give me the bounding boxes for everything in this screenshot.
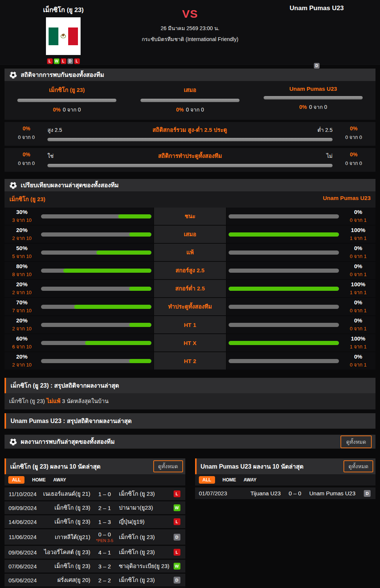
btts-left-count: 0 จาก 0 <box>11 159 42 167</box>
match-result-row: 05/06/2024 ฝรั่งเศส(ยู 20) 2 – 2 เม็กซิโ… <box>5 574 185 586</box>
home-team-block: เม็กซิโก (ยู 23) L W L D L <box>0 5 127 64</box>
compare-home-bar <box>41 269 151 273</box>
home-team-logo <box>46 17 81 55</box>
h2h-pct: 0% <box>176 107 183 113</box>
compare-away-pct: 100% <box>341 335 375 342</box>
form-result-badge: L <box>74 58 80 64</box>
compare-home-pct: 20% <box>5 227 39 233</box>
competition-name: กระชับมิตรทีมชาติ (International Friendl… <box>127 35 253 43</box>
compare-away-pct: 0% <box>341 299 375 305</box>
compare-away-bar <box>229 341 339 345</box>
match-home-team: Tijuana U23 <box>230 490 283 496</box>
match-result-badge: L <box>174 518 180 525</box>
away-table-view-all-button[interactable]: ดูทั้งหมด <box>343 460 373 472</box>
match-result-badge: W <box>174 504 180 511</box>
match-score: 2 – 2 <box>93 577 117 583</box>
match-away-team: ซาอุดิอาระเบีย(ยู 23) <box>117 562 170 571</box>
summary-team: เม็กซิโก (ยู 23) <box>9 398 45 404</box>
btts-progress-bar <box>47 164 333 167</box>
home-recent-table: เม็กซิโก (ยู 23) ผลงาน 10 นัดล่าสุด ดูทั… <box>5 458 185 588</box>
match-home-team: เกาหลีใต้(ยู21) <box>39 533 93 542</box>
away-form-badges: D <box>314 63 319 69</box>
match-result-row: 14/06/2024 เม็กซิโก (ยู 23) 1 – 3 ญี่ปุ่… <box>5 515 185 528</box>
match-score: 1 – 0 <box>93 491 117 497</box>
vs-label: VS <box>127 8 253 20</box>
match-date: 11/06/2024 <box>6 534 39 540</box>
summary-count: 3 <box>62 398 65 404</box>
recent-results-tables: เม็กซิโก (ยู 23) ผลงาน 10 นัดล่าสุด ดูทั… <box>5 458 375 588</box>
compare-away-stat: 0% 0 จาก 1 <box>341 263 375 278</box>
table-tab[interactable]: AWAY <box>53 476 66 484</box>
home-summary-section: เม็กซิโก (ยู 23) : สรุปสถิติจากผลงานล่าส… <box>5 378 375 409</box>
compare-home-stat: 50% 5 จาก 10 <box>5 245 39 260</box>
compare-row: 70% 7 จาก 10 ทำประตูทั้งสองทีม 0% 0 จาก … <box>5 298 375 316</box>
match-result-row: 11/10/2024 เนเธอร์แลนด์(ยู 21) 1 – 0 เม็… <box>5 487 185 500</box>
match-date: 01/07/2023 <box>197 490 230 496</box>
match-away-team: เม็กซิโก (ยู 23) <box>117 533 170 542</box>
compare-away-pct: 100% <box>341 281 375 287</box>
match-result-badge: D <box>174 534 180 541</box>
compare-away-stat: 100% 1 จาก 1 <box>341 227 375 242</box>
compare-row: 20% 2 จาก 10 เสมอ 100% 1 จาก 1 <box>5 226 375 244</box>
compare-away-bar <box>229 214 339 218</box>
table-tab[interactable]: ALL <box>8 476 24 484</box>
btts-title: สถิติการทำประตูทั้งสองทีม <box>53 151 326 160</box>
table-tab[interactable]: HOME <box>32 476 46 484</box>
compare-row: 20% 2 จาก 10 HT 2 0% 0 จาก 1 <box>5 352 375 370</box>
compare-home-stat: 60% 6 จาก 10 <box>5 335 39 351</box>
compare-away-team: Unam Pumas U23 <box>323 195 371 204</box>
compare-home-pct: 80% <box>5 263 39 269</box>
form-result-badge: L <box>61 58 66 64</box>
home-summary-line: เม็กซิโก (ยู 23) ไม่แพ้ 3 นัดหลังสุดในบ้… <box>5 393 375 409</box>
away-recent-table: Unam Pumas U23 ผลงาน 10 นัดล่าสุด ดูทั้ง… <box>195 458 376 588</box>
match-datetime: 26 มีนาคม 2569 23:00 น. <box>127 24 253 32</box>
h2h-view-all-button[interactable]: ดูทั้งหมด <box>340 435 372 448</box>
h2h-column: เม็กซิโก (ยู 23) 0%0 จาก 0 <box>17 86 116 114</box>
btts-left-pct: 0% <box>11 151 42 157</box>
h2h-count: 0 จาก 0 <box>186 107 204 113</box>
table-tab[interactable]: AWAY <box>244 476 256 484</box>
compare-home-stat: 20% 2 จาก 10 <box>5 227 39 242</box>
compare-away-stat: 100% 1 จาก 1 <box>341 281 375 296</box>
h2h-results-section: ผลงานการพบกันล่าสุดของทั้งสองทีม ดูทั้งห… <box>5 435 375 449</box>
match-result-row: 09/09/2024 เม็กซิโก (ยู 23) 2 – 1 ปานามา… <box>5 501 185 514</box>
compare-home-count: 2 จาก 10 <box>5 325 39 333</box>
compare-home-count: 2 จาก 10 <box>5 361 39 369</box>
match-result-badge: D <box>364 490 371 497</box>
away-team-block: Unam Pumas U23 D <box>253 5 380 64</box>
compare-form-section: เปรียบเทียบผลงานล่าสุดของทั้งสองทีม เม็ก… <box>5 179 375 370</box>
compare-row-label: เสมอ <box>153 226 227 243</box>
home-table-tabs: ALL HOME AWAY <box>5 474 185 486</box>
compare-home-count: 2 จาก 10 <box>5 234 39 242</box>
match-home-team: เม็กซิโก (ยู 23) <box>39 503 93 512</box>
compare-home-pct: 70% <box>5 299 39 305</box>
compare-away-bar <box>229 269 339 273</box>
h2h-count: 0 จาก 0 <box>309 104 327 110</box>
compare-away-bar <box>229 305 339 309</box>
compare-home-stat: 80% 8 จาก 10 <box>5 263 39 278</box>
h2h-btts-row: 0% 0 จาก 0 ใช่ สถิติการทำประตูทั้งสองทีม… <box>5 148 375 172</box>
btts-right-stat: 0% 0 จาก 0 <box>338 151 369 167</box>
home-team-name: เม็กซิโก (ยู 23) <box>43 5 84 15</box>
match-away-team: Unam Pumas U23 <box>307 490 360 496</box>
table-tab[interactable]: ALL <box>199 476 215 484</box>
form-result-badge: W <box>54 58 60 64</box>
compare-home-stat: 30% 3 จาก 10 <box>5 209 39 224</box>
compare-home-pct: 30% <box>5 209 39 215</box>
table-tab[interactable]: HOME <box>223 476 236 484</box>
compare-row-label: HT 2 <box>153 352 227 370</box>
compare-row: 60% 6 จาก 10 HT X 100% 1 จาก 1 <box>5 334 375 352</box>
btts-left-stat: 0% 0 จาก 0 <box>11 151 42 167</box>
match-penalty-note: *PEN 3-5 <box>93 538 117 543</box>
section-title: ผลงานการพบกันล่าสุดของทั้งสองทีม <box>21 437 114 446</box>
away-table-rows: 01/07/2023 Tijuana U23 0 – 0 Unam Pumas … <box>195 487 376 499</box>
compare-title-bar: เปรียบเทียบผลงานล่าสุดของทั้งสองทีม <box>5 179 375 191</box>
h2h-column-label: เม็กซิโก (ยู 23) <box>17 86 116 95</box>
ou-left-count: 0 จาก 0 <box>11 133 42 141</box>
away-summary-section: Unam Pumas U23 : สรุปสถิติจากผลงานล่าสุด <box>5 413 375 429</box>
compare-row: 50% 5 จาก 10 แพ้ 0% 0 จาก 1 <box>5 244 375 262</box>
compare-row-label: HT 1 <box>153 316 227 333</box>
compare-row: 80% 8 จาก 10 สกอร์สูง 2.5 0% 0 จาก 1 <box>5 262 375 280</box>
compare-home-pct: 50% <box>5 245 39 251</box>
home-table-view-all-button[interactable]: ดูทั้งหมด <box>153 460 183 472</box>
